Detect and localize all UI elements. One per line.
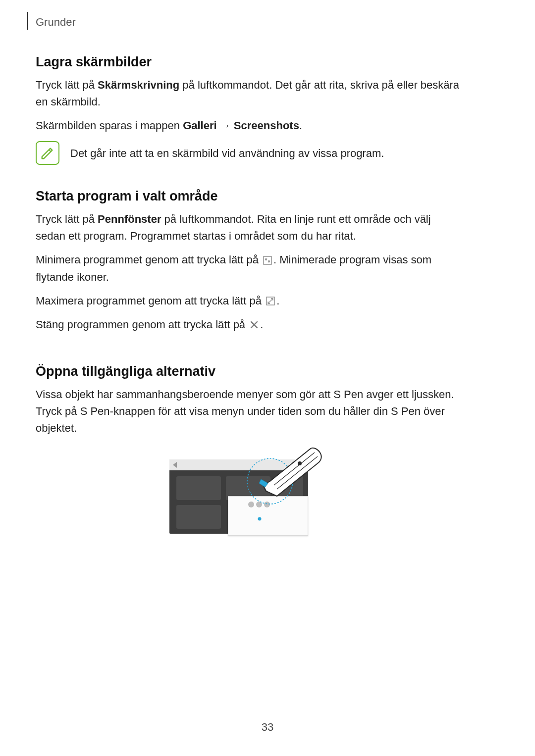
- s3-paragraph-1: Vissa objekt har sammanhangsberoende men…: [36, 386, 462, 437]
- text: Skärmbilden sparas i mappen: [36, 119, 183, 132]
- section-title-oppna: Öppna tillgängliga alternativ: [36, 364, 462, 379]
- text: .: [299, 119, 302, 132]
- note-icon: [36, 141, 59, 165]
- text: Minimera programmet genom att trycka lät…: [36, 253, 262, 266]
- close-icon: [250, 320, 259, 329]
- bold-text: Pennfönster: [98, 213, 161, 225]
- s2-paragraph-3: Maximera programmet genom att trycka lät…: [36, 293, 462, 309]
- header-rule: [27, 12, 28, 30]
- maximize-icon: [266, 297, 275, 305]
- s2-paragraph-2: Minimera programmet genom att trycka lät…: [36, 252, 462, 285]
- illustration-canvas: [169, 450, 328, 544]
- s2-paragraph-4: Stäng programmen genom att trycka lätt p…: [36, 316, 462, 333]
- bold-text: Skärmskrivning: [98, 79, 179, 91]
- s-pen-icon: [231, 441, 330, 530]
- section-title-starta: Starta program i valt område: [36, 189, 462, 204]
- content: Lagra skärmbilder Tryck lätt på Skärmskr…: [36, 54, 462, 544]
- thumbnail-tile: [176, 476, 221, 500]
- svg-point-7: [298, 461, 302, 465]
- svg-rect-0: [264, 256, 271, 264]
- text: .: [260, 318, 263, 331]
- bold-text: Galleri → Screenshots: [183, 119, 299, 132]
- header-section-label: Grunder: [36, 16, 76, 29]
- text: .: [276, 295, 279, 307]
- page-number: 33: [0, 721, 535, 734]
- section-title-lagra: Lagra skärmbilder: [36, 54, 462, 70]
- back-icon: [173, 462, 177, 468]
- text: Tryck lätt på: [36, 213, 98, 225]
- text: Maximera programmet genom att trycka lät…: [36, 295, 265, 307]
- note-text: Det går inte att ta en skärmbild vid anv…: [70, 145, 384, 161]
- s2-paragraph-1: Tryck lätt på Pennfönster på luftkommand…: [36, 211, 462, 245]
- s1-paragraph-1: Tryck lätt på Skärmskrivning på luftkomm…: [36, 77, 462, 110]
- thumbnail-tile: [176, 505, 221, 529]
- s1-paragraph-2: Skärmbilden sparas i mappen Galleri → Sc…: [36, 117, 462, 134]
- minimize-icon: [263, 256, 272, 265]
- s-pen-illustration: [36, 450, 462, 544]
- text: Stäng programmen genom att trycka lätt p…: [36, 318, 248, 331]
- note-row: Det går inte att ta en skärmbild vid anv…: [36, 141, 462, 165]
- text: Tryck lätt på: [36, 79, 98, 91]
- page: Grunder Lagra skärmbilder Tryck lätt på …: [0, 0, 535, 756]
